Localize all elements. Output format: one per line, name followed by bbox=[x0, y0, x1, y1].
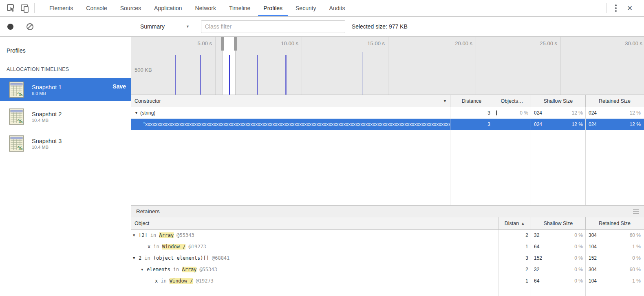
retainer-row[interactable]: ▼2in(object elements)[]@6884131520 %1520… bbox=[131, 252, 644, 264]
size-cell: 640 % bbox=[531, 241, 586, 252]
retainers-section: Retainers ObjectDistan▲Shallow SizeRetai… bbox=[131, 205, 644, 296]
distance-cell: 3 bbox=[450, 107, 493, 119]
size-cell: 1041 % bbox=[586, 275, 644, 287]
heap-snapshot-icon: % bbox=[9, 82, 24, 98]
timeline-gridline bbox=[560, 37, 561, 95]
size-cell: 02412 % bbox=[586, 107, 644, 119]
device-toolbar-icon[interactable] bbox=[18, 2, 32, 14]
retainer-row[interactable]: xinWindow / @192731640 %1041 % bbox=[131, 241, 644, 252]
clear-button[interactable] bbox=[26, 23, 33, 30]
expander-icon[interactable]: ▼ bbox=[133, 256, 139, 260]
size-cell: 0 % bbox=[493, 107, 531, 119]
tab-console[interactable]: Console bbox=[79, 0, 113, 16]
constructor-column-header-distance[interactable]: Distance bbox=[450, 95, 493, 107]
cell-value: 64 bbox=[534, 244, 539, 250]
retainers-column-header-distan[interactable]: Distan▲ bbox=[498, 217, 531, 229]
close-icon[interactable]: ✕ bbox=[623, 2, 637, 14]
tab-audits[interactable]: Audits bbox=[323, 0, 352, 16]
tab-security[interactable]: Security bbox=[289, 0, 323, 16]
allocation-timelines-section-title: ALLOCATION TIMELINES bbox=[7, 66, 131, 72]
retainers-column-header-shallow-size[interactable]: Shallow Size bbox=[531, 217, 586, 229]
perspective-select[interactable]: Summary bbox=[140, 23, 165, 30]
tab-network[interactable]: Network bbox=[189, 0, 223, 16]
snapshot-size: 8.0 MB bbox=[32, 91, 62, 96]
snapshot-info: Snapshot 18.0 MB bbox=[32, 84, 62, 96]
tab-application[interactable]: Application bbox=[148, 0, 189, 16]
retainers-column-header-object[interactable]: Object bbox=[131, 217, 498, 229]
timeline-gridline bbox=[388, 37, 388, 95]
tab-elements[interactable]: Elements bbox=[43, 0, 79, 16]
retainer-object-cell: ▼[2]inArray@55343 bbox=[131, 230, 498, 241]
save-link[interactable]: Save bbox=[112, 83, 126, 90]
constructor-row[interactable]: "xxxxxxxxxxxxxxxxxxxxxxxxxxxxxxxxxxxxxxx… bbox=[131, 119, 644, 130]
size-cell: 640 % bbox=[531, 275, 586, 287]
toolbar-separator bbox=[606, 3, 607, 13]
constructor-column-header-constructor[interactable]: Constructor▼ bbox=[131, 95, 450, 107]
constructor-column-header-objects-[interactable]: Objects… bbox=[493, 95, 531, 107]
allocation-bar bbox=[175, 55, 176, 95]
cell-value: 104 bbox=[589, 278, 597, 284]
topbar-right: ✕ bbox=[604, 2, 644, 14]
constructor-label: (string) bbox=[140, 110, 155, 116]
selection-right-handle[interactable] bbox=[234, 37, 237, 51]
cell-percent: 0 % bbox=[574, 278, 583, 284]
sort-descending-icon: ▼ bbox=[443, 99, 447, 103]
cell-value: 024 bbox=[589, 121, 597, 127]
cell-percent: 60 % bbox=[630, 267, 641, 272]
selection-left-handle[interactable] bbox=[221, 37, 224, 51]
retainer-in-keyword: in bbox=[144, 255, 150, 261]
snapshot-info: Snapshot 210.4 MB bbox=[32, 110, 62, 123]
cell-percent: 60 % bbox=[630, 232, 641, 238]
record-button[interactable] bbox=[7, 24, 13, 30]
retainer-property-name: elements bbox=[147, 267, 170, 272]
panel-tabs: ElementsConsoleSourcesApplicationNetwork… bbox=[43, 0, 352, 16]
expander-icon[interactable]: ▼ bbox=[133, 233, 139, 237]
class-filter-input[interactable] bbox=[201, 20, 345, 33]
size-cell: 02412 % bbox=[531, 107, 586, 119]
inspect-element-icon[interactable] bbox=[4, 2, 18, 14]
timeline-tick-label: 20.00 s bbox=[442, 40, 472, 46]
constructor-grid-header: Constructor▼DistanceObjects…Shallow Size… bbox=[131, 95, 644, 107]
expander-icon[interactable]: ▼ bbox=[141, 267, 147, 272]
retainers-menu-icon[interactable] bbox=[633, 209, 639, 214]
snapshot-item-1[interactable]: %Snapshot 18.0 MBSave bbox=[0, 78, 131, 101]
constructor-cell: ▼(string) bbox=[131, 107, 450, 119]
svg-text:%: % bbox=[17, 91, 22, 97]
kebab-menu-icon[interactable] bbox=[609, 2, 623, 14]
constructor-row[interactable]: ▼(string)30 %02412 %02412 % bbox=[131, 107, 644, 119]
heap-snapshot-icon: % bbox=[9, 135, 24, 152]
snapshot-name: Snapshot 1 bbox=[32, 84, 62, 91]
column-label: Shallow Size bbox=[544, 98, 573, 104]
cell-percent: 12 % bbox=[630, 110, 641, 116]
snapshot-item-2[interactable]: %Snapshot 210.4 MB bbox=[0, 105, 131, 128]
tab-timeline[interactable]: Timeline bbox=[223, 0, 257, 16]
cell-percent: 0 % bbox=[574, 232, 583, 238]
retainer-property-name: [2] bbox=[139, 232, 148, 238]
retainer-row[interactable]: ▼elementsinArray@553432320 %30460 % bbox=[131, 264, 644, 275]
retainer-object-id: @19273 bbox=[188, 244, 206, 250]
tab-sources[interactable]: Sources bbox=[114, 0, 148, 16]
constructor-column-header-retained-size[interactable]: Retained Size bbox=[586, 95, 644, 107]
snapshot-item-3[interactable]: %Snapshot 310.4 MB bbox=[0, 132, 131, 155]
chevron-down-icon[interactable]: ▼ bbox=[186, 24, 190, 29]
expander-icon[interactable]: ▼ bbox=[135, 111, 140, 115]
retainer-object-cell: ▼2in(object elements)[]@68841 bbox=[131, 252, 498, 264]
cell-value: 32 bbox=[534, 232, 539, 238]
cell-percent: 1 % bbox=[632, 278, 641, 284]
retainer-object-name: (object elements)[] bbox=[153, 255, 209, 261]
retainer-property-name: x bbox=[155, 278, 158, 284]
heap-snapshot-icon: % bbox=[9, 108, 24, 125]
retainers-column-header-retained-size[interactable]: Retained Size bbox=[586, 217, 644, 229]
retainer-object-id: @68841 bbox=[212, 255, 229, 261]
retainer-in-keyword: in bbox=[153, 244, 159, 250]
retainer-row[interactable]: ▼[2]inArray@553432320 %30460 % bbox=[131, 230, 644, 241]
profiles-heading: Profiles bbox=[7, 47, 131, 54]
retainer-row[interactable]: xinWindow / @192731640 %1041 % bbox=[131, 275, 644, 287]
allocation-timeline-overview[interactable]: 500 KB 5.00 s10.00 s15.00 s20.00 s25.00 … bbox=[131, 37, 644, 95]
constructor-column-header-shallow-size[interactable]: Shallow Size bbox=[531, 95, 586, 107]
tab-profiles[interactable]: Profiles bbox=[257, 0, 289, 16]
timeline-tick-label: 25.00 s bbox=[527, 40, 557, 46]
retainers-grid-header: ObjectDistan▲Shallow SizeRetained Size bbox=[131, 217, 644, 230]
constructor-grid: Constructor▼DistanceObjects…Shallow Size… bbox=[131, 95, 644, 205]
retainer-object-id: @55343 bbox=[176, 232, 194, 238]
